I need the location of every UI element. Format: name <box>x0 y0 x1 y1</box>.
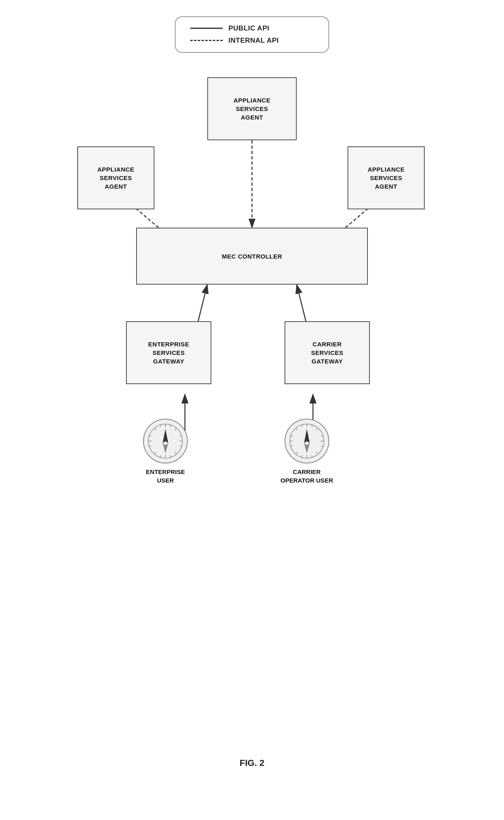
svg-line-47 <box>291 446 293 446</box>
svg-line-49 <box>321 446 323 446</box>
public-api-label: PUBLIC API <box>228 24 269 33</box>
carrier-user-compass-icon <box>285 419 329 463</box>
svg-line-42 <box>302 425 302 427</box>
svg-line-28 <box>149 446 151 446</box>
figure-label: FIG. 2 <box>239 758 264 768</box>
internal-api-label: INTERNAL API <box>228 37 279 45</box>
svg-line-26 <box>170 455 171 457</box>
svg-line-48 <box>321 436 323 436</box>
svg-line-45 <box>312 455 312 457</box>
figure-number: FIG. 2 <box>239 758 264 768</box>
svg-line-29 <box>180 436 182 436</box>
page: PUBLIC API INTERNAL API <box>0 0 504 820</box>
svg-marker-50 <box>304 429 310 443</box>
left-agent-label: APPLIANCESERVICESAGENT <box>97 165 134 191</box>
svg-marker-32 <box>163 443 168 453</box>
internal-api-line-icon <box>190 40 223 41</box>
carrier-gateway-box: CARRIERSERVICESGATEWAY <box>285 321 370 384</box>
svg-line-46 <box>291 436 293 436</box>
svg-line-39 <box>316 428 318 431</box>
svg-line-25 <box>160 455 161 457</box>
mec-controller-box: MEC CONTROLLER <box>136 228 368 285</box>
svg-line-43 <box>312 425 312 427</box>
svg-marker-51 <box>304 443 310 453</box>
carrier-user-node: CARRIEROPERATOR USER <box>280 419 333 485</box>
carrier-gateway-label: CARRIERSERVICESGATEWAY <box>311 340 343 365</box>
svg-line-38 <box>296 428 298 431</box>
right-agent-label: APPLIANCESERVICESAGENT <box>367 165 404 191</box>
svg-line-19 <box>154 428 156 431</box>
svg-line-44 <box>302 455 302 457</box>
legend-item-internal-api: INTERNAL API <box>190 37 314 45</box>
enterprise-user-compass-icon <box>143 419 188 463</box>
right-agent-box: APPLIANCESERVICESAGENT <box>348 146 425 209</box>
mec-controller-label: MEC CONTROLLER <box>222 252 282 261</box>
svg-line-27 <box>149 436 151 436</box>
enterprise-user-node: ENTERPRISEUSER <box>143 419 188 485</box>
svg-line-22 <box>175 452 176 454</box>
carrier-user-label: CARRIEROPERATOR USER <box>280 468 333 485</box>
svg-line-40 <box>296 452 298 454</box>
enterprise-user-label: ENTERPRISEUSER <box>146 468 185 485</box>
compass-svg-2 <box>289 423 325 459</box>
architecture-diagram: APPLIANCESERVICESAGENT APPLIANCESERVICES… <box>69 77 435 768</box>
top-agent-label: APPLIANCESERVICESAGENT <box>233 96 270 122</box>
enterprise-gateway-box: ENTERPRISESERVICESGATEWAY <box>126 321 211 384</box>
left-agent-box: APPLIANCESERVICESAGENT <box>77 146 154 209</box>
svg-line-30 <box>180 446 182 446</box>
svg-line-41 <box>316 452 318 454</box>
svg-line-21 <box>154 452 156 454</box>
svg-marker-31 <box>163 429 168 443</box>
top-agent-box: APPLIANCESERVICESAGENT <box>207 77 297 140</box>
legend-item-public-api: PUBLIC API <box>190 24 314 33</box>
enterprise-gateway-label: ENTERPRISESERVICESGATEWAY <box>148 340 189 365</box>
compass-svg <box>147 423 184 459</box>
svg-line-23 <box>160 425 161 427</box>
svg-line-20 <box>175 428 176 431</box>
svg-line-24 <box>170 425 171 427</box>
public-api-line-icon <box>190 28 223 29</box>
legend-box: PUBLIC API INTERNAL API <box>175 16 329 53</box>
